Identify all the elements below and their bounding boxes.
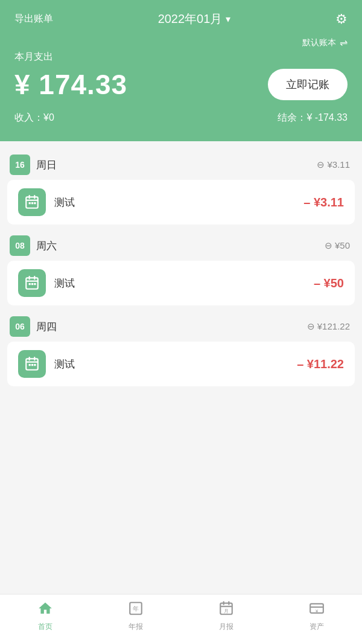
svg-text:月: 月 (224, 608, 229, 614)
annual-report-icon: 年 (128, 601, 144, 620)
svg-rect-20 (34, 364, 36, 366)
bottom-nav: 首页 年 年报 月 月报 ¥ (0, 594, 362, 644)
svg-rect-12 (31, 283, 33, 285)
category-icon (18, 350, 46, 378)
transaction-amount: – ¥11.22 (297, 357, 344, 371)
transaction-item[interactable]: 测试 – ¥11.22 (7, 342, 355, 386)
day-badge-06: 06 (10, 316, 30, 337)
day-name-06: 周四 (36, 320, 57, 334)
nav-label-monthly: 月报 (219, 622, 233, 632)
summary-income: 收入：¥0 (14, 112, 54, 124)
svg-rect-18 (29, 364, 31, 366)
account-switch-icon[interactable]: ⇌ (340, 37, 348, 48)
day-group-08: 08 周六 ⊖ ¥50 测试 – ¥50 (0, 232, 362, 305)
day-total-16: ⊖ ¥3.11 (317, 159, 350, 170)
top-bar: 导出账单 2022年01月 ▾ ⚙ (14, 11, 348, 27)
date-selector[interactable]: 2022年01月 ▾ (158, 11, 231, 27)
nav-item-annual[interactable]: 年 年报 (118, 601, 154, 632)
settings-button[interactable]: ⚙ (335, 11, 348, 27)
day-total-06: ⊖ ¥121.22 (307, 321, 350, 332)
day-name-08: 周六 (36, 239, 57, 253)
day-header-08: 08 周六 ⊖ ¥50 (0, 232, 362, 261)
nav-item-monthly[interactable]: 月 月报 (208, 601, 244, 632)
nav-label-assets: 资产 (310, 622, 324, 632)
main-amount: ¥ 174.33 (14, 68, 127, 101)
assets-icon: ¥ (309, 601, 325, 620)
home-icon (37, 601, 53, 620)
account-bar: 默认账本 ⇌ (14, 37, 348, 48)
day-badge-08: 08 (10, 235, 30, 256)
record-button[interactable]: 立即记账 (268, 69, 348, 100)
svg-rect-11 (29, 283, 31, 285)
month-expense-label: 本月支出 (14, 51, 348, 63)
nav-item-home[interactable]: 首页 (27, 601, 63, 632)
export-button[interactable]: 导出账单 (14, 13, 53, 25)
day-header-16: 16 周日 ⊖ ¥3.11 (0, 151, 362, 180)
svg-rect-6 (34, 202, 36, 204)
transaction-list: 16 周日 ⊖ ¥3.11 测试 – ¥3.11 (0, 141, 362, 594)
day-group-06: 06 周四 ⊖ ¥121.22 测试 – ¥11.22 (0, 313, 362, 386)
svg-rect-13 (34, 283, 36, 285)
chevron-down-icon: ▾ (226, 13, 230, 25)
svg-rect-5 (31, 202, 33, 204)
transaction-amount: – ¥3.11 (303, 196, 344, 209)
day-total-08: ⊖ ¥50 (325, 240, 350, 251)
transaction-amount: – ¥50 (314, 276, 344, 290)
nav-label-home: 首页 (38, 622, 52, 632)
category-icon (18, 269, 46, 297)
nav-label-annual: 年报 (129, 622, 143, 632)
svg-rect-19 (31, 364, 33, 366)
svg-rect-4 (29, 202, 31, 204)
day-header-06: 06 周四 ⊖ ¥121.22 (0, 313, 362, 342)
transaction-item[interactable]: 测试 – ¥50 (7, 261, 355, 305)
transaction-name: 测试 (54, 276, 305, 290)
day-name-16: 周日 (36, 158, 57, 172)
transaction-name: 测试 (54, 196, 295, 209)
category-icon (18, 188, 46, 216)
day-badge-16: 16 (10, 155, 30, 175)
day-group-16: 16 周日 ⊖ ¥3.11 测试 – ¥3.11 (0, 151, 362, 225)
nav-item-assets[interactable]: ¥ 资产 (299, 601, 335, 632)
account-label: 默认账本 (302, 37, 336, 48)
main-amount-row: ¥ 174.33 立即记账 (14, 68, 348, 101)
header-section: 导出账单 2022年01月 ▾ ⚙ 默认账本 ⇌ 本月支出 ¥ 174.33 立… (0, 0, 362, 141)
monthly-report-icon: 月 (218, 601, 234, 620)
transaction-item[interactable]: 测试 – ¥3.11 (7, 180, 355, 225)
summary-row: 收入：¥0 结余：¥ -174.33 (14, 112, 348, 124)
current-date: 2022年01月 (158, 11, 223, 27)
svg-text:年: 年 (133, 605, 139, 612)
summary-balance: 结余：¥ -174.33 (278, 112, 348, 124)
transaction-name: 测试 (54, 357, 288, 371)
